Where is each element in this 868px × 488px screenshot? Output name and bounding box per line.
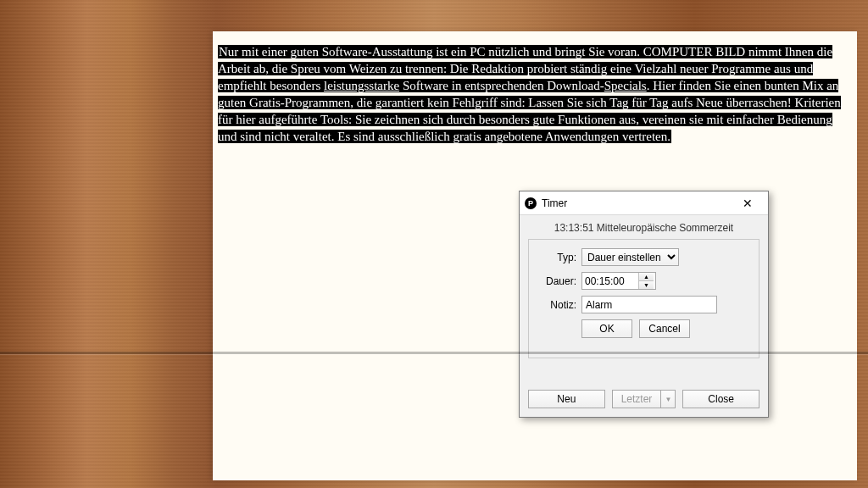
dialog-footer: Neu Letzter ▼ Close <box>520 383 768 417</box>
new-button[interactable]: Neu <box>528 390 605 408</box>
spinner-up-icon[interactable]: ▲ <box>639 273 654 281</box>
duration-label: Dauer: <box>536 275 576 287</box>
timer-form: Typ: Dauer einstellen Dauer: ▲ ▼ Notiz: … <box>528 239 760 358</box>
last-button[interactable]: Letzter <box>612 390 661 408</box>
note-input[interactable] <box>581 296 717 313</box>
window-title: Timer <box>542 197 732 209</box>
titlebar[interactable]: P Timer ✕ <box>520 191 768 215</box>
type-select[interactable]: Dauer einstellen <box>581 248 679 266</box>
duration-spinner[interactable]: ▲ ▼ <box>581 272 656 290</box>
chevron-down-icon[interactable]: ▼ <box>660 390 676 408</box>
clock-label: 13:13:51 Mitteleuropäische Sommerzeit <box>520 215 768 239</box>
last-split-button: Letzter ▼ <box>612 390 676 408</box>
close-button[interactable]: Close <box>682 390 760 408</box>
ok-button[interactable]: OK <box>581 319 632 338</box>
duration-input[interactable] <box>582 273 638 289</box>
app-icon: P <box>525 197 537 209</box>
selected-text-block[interactable]: Nur mit einer guten Software-Ausstattung… <box>218 43 849 145</box>
timer-dialog: P Timer ✕ 13:13:51 Mitteleuropäische Som… <box>519 191 769 418</box>
type-label: Typ: <box>536 252 576 263</box>
close-icon[interactable]: ✕ <box>732 193 763 214</box>
cancel-button[interactable]: Cancel <box>639 319 690 338</box>
text-run: Nur mit einer guten Software-Ausstattung… <box>218 45 841 143</box>
note-label: Notiz: <box>536 299 576 311</box>
spinner-down-icon[interactable]: ▼ <box>639 281 654 289</box>
